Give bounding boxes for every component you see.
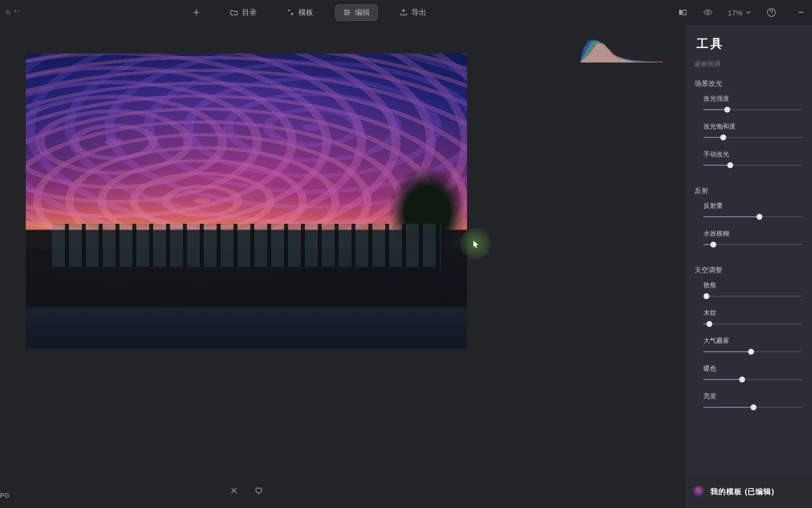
svg-rect-4 xyxy=(683,10,686,15)
slider-warm[interactable] xyxy=(695,375,803,384)
histogram[interactable] xyxy=(580,37,663,63)
panel-title: 工具 xyxy=(686,25,812,57)
panel-footer[interactable]: 我的模板 (已编辑) xyxy=(686,475,812,508)
folder-icon xyxy=(230,8,238,16)
cursor-highlight xyxy=(460,228,491,259)
sliders-icon xyxy=(343,8,351,16)
export-icon xyxy=(400,8,407,16)
param-manual-relight: 手动改光 xyxy=(686,147,812,175)
nav-export[interactable]: 导出 xyxy=(392,4,434,21)
tools-panel: 工具 蒙板细调 场景改光 改光强度 改光饱和度 手动改光 反射 反射量 xyxy=(686,25,812,508)
group-relight: 场景改光 xyxy=(686,72,812,91)
slider-manual-relight[interactable] xyxy=(695,161,803,170)
add-button[interactable] xyxy=(184,5,208,20)
zoom-pct-label: 17% xyxy=(728,8,743,17)
favorite-button[interactable] xyxy=(254,486,264,496)
canvas-area: PG xyxy=(0,25,686,508)
chevron-down-icon xyxy=(746,9,752,15)
nav-group: 目录 模板 编辑 导出 xyxy=(184,4,434,21)
slider-water-blur[interactable] xyxy=(695,240,803,249)
eye-icon[interactable] xyxy=(703,7,713,17)
nav-export-label: 导出 xyxy=(411,8,426,17)
plus-icon xyxy=(192,8,200,16)
nav-template[interactable]: 模板 xyxy=(279,4,321,21)
minimize-icon[interactable] xyxy=(796,7,806,17)
cursor-arrow-icon xyxy=(473,241,479,249)
param-reflect-amount: 反射量 xyxy=(686,198,812,226)
nav-edit-label: 编辑 xyxy=(355,8,370,17)
nav-edit[interactable]: 编辑 xyxy=(335,4,378,21)
nav-catalog-label: 目录 xyxy=(242,8,257,17)
reject-button[interactable] xyxy=(229,486,239,496)
toolbar-right: 17% xyxy=(678,7,806,17)
nav-catalog[interactable]: 目录 xyxy=(222,4,265,21)
status-bar: PG xyxy=(0,473,686,508)
slider-reflect-amount[interactable] xyxy=(695,212,803,221)
filename-label: PG xyxy=(0,492,9,499)
slider-haze[interactable] xyxy=(695,347,803,356)
main-area: PG 工具 蒙板细调 场景改光 改光强度 改光饱和度 手动改光 反射 xyxy=(0,25,812,508)
slider-brightness[interactable] xyxy=(695,403,803,412)
top-toolbar: RAI 目录 模板 编辑 导出 17% xyxy=(0,0,812,25)
param-grain: 木纹 xyxy=(686,306,812,333)
panel-scroll[interactable]: 蒙板细调 场景改光 改光强度 改光饱和度 手动改光 反射 反射量 水效模糊 xyxy=(686,57,812,469)
param-water-blur: 水效模糊 xyxy=(686,226,812,254)
svg-rect-3 xyxy=(679,10,682,15)
sparkle-icon xyxy=(287,8,294,16)
compare-icon[interactable] xyxy=(678,7,688,17)
group-reflection: 反射 xyxy=(686,180,812,198)
param-relight-sat: 改光饱和度 xyxy=(686,119,812,147)
preset-thumb-icon xyxy=(693,486,704,498)
slider-relight-amount[interactable] xyxy=(695,105,803,114)
nav-template-label: 模板 xyxy=(298,8,313,17)
zoom-dropdown[interactable]: 17% xyxy=(728,8,752,17)
help-icon[interactable] xyxy=(766,7,776,17)
slider-grain[interactable] xyxy=(695,319,803,328)
canvas-photo[interactable] xyxy=(26,54,467,348)
slider-relight-sat[interactable] xyxy=(695,133,803,142)
svg-point-5 xyxy=(707,11,709,14)
group-sky-adjust: 天空调整 xyxy=(686,259,812,278)
svg-point-7 xyxy=(771,14,771,15)
param-haze: 大气霾雾 xyxy=(686,333,812,361)
param-brightness: 亮度 xyxy=(686,389,812,417)
slider-defocus[interactable] xyxy=(695,292,803,301)
app-logo: RAI xyxy=(6,8,21,16)
param-defocus: 散焦 xyxy=(686,278,812,306)
preset-label: 我的模板 (已编辑) xyxy=(710,487,774,497)
mask-sub-label: 蒙板细调 xyxy=(686,57,812,72)
param-warm: 暖色 xyxy=(686,361,812,389)
param-relight-amount: 改光强度 xyxy=(686,91,812,119)
